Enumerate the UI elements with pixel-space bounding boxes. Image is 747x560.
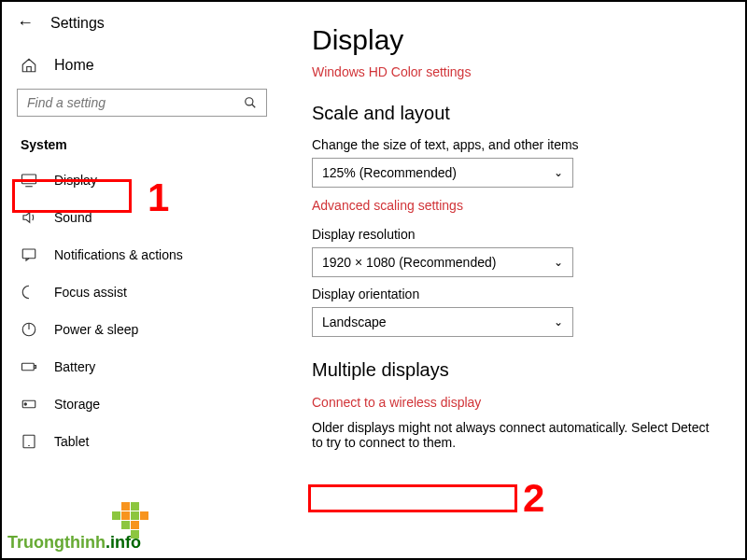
svg-rect-7 (22, 363, 35, 371)
home-icon (21, 57, 37, 74)
chevron-down-icon: ⌄ (554, 166, 563, 179)
resolution-dropdown[interactable]: 1920 × 1080 (Recommended) ⌄ (312, 247, 573, 277)
resolution-label: Display resolution (312, 227, 715, 242)
sound-icon (21, 209, 37, 226)
nav-display[interactable]: Display (2, 161, 282, 199)
orientation-value: Landscape (322, 315, 387, 329)
nav-item-label: Power & sleep (54, 322, 138, 337)
storage-icon (21, 396, 37, 413)
scale-label: Change the size of text, apps, and other… (312, 137, 715, 152)
scale-dropdown[interactable]: 125% (Recommended) ⌄ (312, 158, 573, 188)
scale-section-heading: Scale and layout (312, 103, 715, 124)
annotation-number-2: 2 (523, 476, 544, 521)
hd-color-link[interactable]: Windows HD Color settings (312, 64, 471, 79)
nav-power[interactable]: Power & sleep (2, 311, 282, 348)
nav-home-label: Home (54, 57, 94, 74)
focus-icon (21, 284, 37, 301)
nav-item-label: Display (54, 173, 97, 188)
nav-item-label: Focus assist (54, 285, 127, 300)
annotation-number-1: 1 (148, 175, 169, 220)
multiple-section-heading: Multiple displays (312, 359, 715, 381)
back-arrow-icon[interactable]: ← (17, 13, 34, 33)
svg-rect-8 (35, 366, 36, 369)
nav-tablet[interactable]: Tablet (2, 423, 282, 460)
svg-line-1 (252, 105, 256, 108)
svg-rect-2 (22, 175, 36, 184)
svg-point-10 (24, 403, 26, 405)
chevron-down-icon: ⌄ (554, 256, 563, 269)
watermark-logo-icon (112, 502, 149, 539)
notifications-icon (21, 246, 37, 263)
chevron-down-icon: ⌄ (554, 315, 563, 329)
search-box[interactable] (17, 89, 267, 117)
scale-value: 125% (Recommended) (322, 165, 457, 180)
header-title: Settings (50, 15, 105, 32)
svg-point-0 (246, 98, 253, 105)
nav-item-label: Notifications & actions (54, 247, 183, 262)
search-icon (244, 96, 257, 109)
nav-home[interactable]: Home (2, 48, 282, 83)
resolution-value: 1920 × 1080 (Recommended) (322, 255, 496, 270)
older-displays-note: Older displays might not always connect … (312, 420, 715, 450)
orientation-label: Display orientation (312, 287, 715, 301)
main-content: Display Windows HD Color settings Scale … (282, 2, 745, 558)
search-input[interactable] (27, 95, 244, 110)
advanced-scaling-link[interactable]: Advanced scaling settings (312, 198, 463, 213)
nav-item-label: Sound (54, 210, 92, 225)
section-label: System (2, 128, 282, 161)
nav-item-label: Tablet (54, 434, 89, 449)
sidebar: ← Settings Home System Display S (2, 2, 282, 558)
display-icon (21, 172, 37, 189)
svg-rect-4 (22, 249, 35, 259)
orientation-dropdown[interactable]: Landscape ⌄ (312, 307, 573, 337)
header-row: ← Settings (2, 13, 282, 48)
wireless-display-link[interactable]: Connect to a wireless display (312, 395, 481, 410)
nav-storage[interactable]: Storage (2, 385, 282, 423)
nav-focus-assist[interactable]: Focus assist (2, 273, 282, 311)
battery-icon (21, 358, 37, 375)
nav-notifications[interactable]: Notifications & actions (2, 236, 282, 273)
nav-battery[interactable]: Battery (2, 348, 282, 385)
nav-item-label: Battery (54, 359, 95, 374)
nav-item-label: Storage (54, 397, 100, 412)
watermark-brand: Truongthinh (7, 533, 106, 552)
nav-sound[interactable]: Sound (2, 199, 282, 236)
tablet-icon (21, 433, 37, 450)
power-icon (21, 321, 37, 338)
page-title: Display (312, 24, 715, 56)
